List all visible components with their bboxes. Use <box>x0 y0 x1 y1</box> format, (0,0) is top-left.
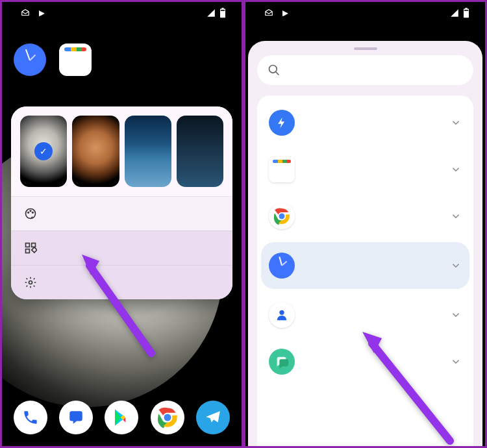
chat-icon <box>269 349 295 375</box>
chevron-down-icon <box>450 260 462 271</box>
indicator-icon: ⯈ <box>38 10 45 18</box>
widget-list[interactable] <box>257 95 473 446</box>
person-icon <box>269 302 295 328</box>
svg-rect-8 <box>32 243 36 247</box>
mail-icon <box>20 8 31 19</box>
mail-icon <box>264 8 274 19</box>
dock-phone[interactable] <box>14 401 47 434</box>
home-long-press-menu <box>11 106 232 299</box>
svg-rect-9 <box>26 249 30 253</box>
svg-rect-16 <box>465 8 467 9</box>
widget-item-conversations[interactable] <box>257 338 473 385</box>
signal-icon <box>450 8 459 19</box>
widget-item-clock[interactable] <box>261 242 469 289</box>
chevron-down-icon <box>450 309 462 321</box>
phone-widget-picker: ⯈ <box>245 2 485 446</box>
dock <box>2 401 242 434</box>
search-input[interactable] <box>257 55 473 85</box>
wallpaper-strip <box>11 106 232 196</box>
widget-item-battery[interactable] <box>257 99 473 146</box>
svg-point-18 <box>269 66 277 73</box>
clock-icon <box>269 253 295 279</box>
dock-messages[interactable] <box>59 401 93 434</box>
indicator-icon: ⯈ <box>282 10 289 18</box>
svg-rect-17 <box>464 10 468 11</box>
svg-point-22 <box>279 310 284 315</box>
phone-home-screen: ⯈ <box>2 2 242 446</box>
dock-chrome[interactable] <box>151 401 184 434</box>
status-bar: ⯈ <box>2 2 242 25</box>
chrome-icon <box>269 203 295 229</box>
wallpaper-thumb-gradient[interactable] <box>177 116 223 187</box>
gear-icon <box>24 276 37 289</box>
chevron-down-icon <box>450 356 462 367</box>
battery-icon <box>219 8 226 20</box>
chevron-down-icon <box>450 210 462 222</box>
dock-play-store[interactable] <box>105 401 138 434</box>
search-icon <box>268 64 281 77</box>
palette-icon <box>24 207 37 220</box>
chevron-down-icon <box>450 117 462 129</box>
widget-item-chrome[interactable] <box>257 193 473 240</box>
calendar-icon <box>59 44 92 76</box>
widget-picker-sheet <box>248 41 482 446</box>
svg-rect-7 <box>26 243 30 247</box>
wallpaper-thumb-moon[interactable] <box>20 116 67 187</box>
status-bar: ⯈ <box>245 2 485 25</box>
svg-rect-10 <box>32 247 37 253</box>
battery-icon <box>463 8 469 20</box>
menu-wallpaper-style[interactable] <box>11 196 232 230</box>
app-icon-calendar[interactable] <box>59 44 92 80</box>
menu-widgets[interactable] <box>11 230 232 265</box>
svg-rect-2 <box>221 10 225 11</box>
sheet-grabber[interactable] <box>354 47 377 50</box>
svg-point-11 <box>29 281 32 284</box>
calendar-icon <box>269 156 295 182</box>
wallpaper-thumb-waterfall[interactable] <box>125 116 171 187</box>
chevron-down-icon <box>450 164 462 175</box>
menu-home-settings[interactable] <box>11 265 232 299</box>
svg-point-5 <box>30 210 31 212</box>
widget-item-contacts[interactable] <box>257 292 473 338</box>
wallpaper-thumb-mars[interactable] <box>72 116 119 187</box>
svg-point-6 <box>32 212 34 214</box>
bolt-icon <box>269 110 295 136</box>
clock-icon <box>14 44 46 76</box>
widgets-icon <box>24 242 37 255</box>
svg-rect-1 <box>221 8 223 9</box>
dock-telegram[interactable] <box>196 401 230 434</box>
signal-icon <box>206 8 216 19</box>
svg-point-4 <box>28 212 29 214</box>
app-icon-clock[interactable] <box>14 44 46 80</box>
widget-item-calendar[interactable] <box>257 146 473 193</box>
